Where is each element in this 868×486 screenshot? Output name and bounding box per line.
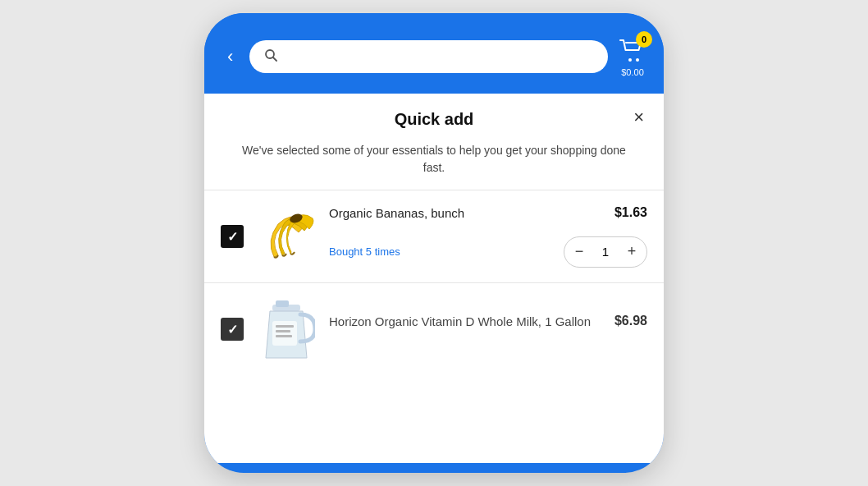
svg-point-2 [628,58,632,62]
product-actions-bananas: Bought 5 times − 1 + [329,236,647,268]
product-checkbox-bananas[interactable]: ✓ [221,225,244,248]
product-details-milk: Horizon Organic Vitamin D Whole Milk, 1 … [329,314,647,345]
svg-line-1 [273,57,276,61]
quantity-stepper-bananas[interactable]: − 1 + [564,236,647,268]
increase-quantity-bananas[interactable]: + [620,241,643,264]
checkmark-icon: ✓ [227,229,238,245]
bought-times-bananas: Bought 5 times [329,245,400,258]
search-bar[interactable] [249,40,608,73]
svg-rect-6 [276,300,289,307]
product-row-bananas: ✓ [204,190,664,282]
product-checkbox-milk[interactable]: ✓ [221,318,244,341]
quantity-value-bananas: 1 [597,245,614,259]
svg-rect-8 [276,325,294,328]
cart-badge: 0 [636,31,652,48]
phone-frame: ‹ 0 $0.00 Quick add [204,13,664,473]
close-button[interactable]: × [633,108,644,126]
decrease-quantity-bananas[interactable]: − [568,241,591,264]
modal-title: Quick add [395,110,474,129]
svg-rect-7 [272,321,297,346]
modal-content: Quick add × We've selected some of your … [204,94,664,463]
product-name-milk: Horizon Organic Vitamin D Whole Milk, 1 … [329,314,591,330]
product-name-price-row: Organic Bananas, bunch $1.63 [329,205,647,228]
banana-image [254,204,319,269]
cart-price: $0.00 [621,67,644,77]
modal-subtitle: We've selected some of your essentials t… [204,135,664,190]
product-name-price-milk: Horizon Organic Vitamin D Whole Milk, 1 … [329,314,647,337]
product-details-bananas: Organic Bananas, bunch $1.63 Bought 5 ti… [329,205,647,268]
svg-rect-9 [276,330,290,332]
product-price-bananas: $1.63 [614,205,647,220]
search-icon [264,48,277,65]
cart-icon-wrapper: 0 [618,36,647,66]
product-row-milk: ✓ [204,283,664,375]
svg-rect-10 [276,335,292,337]
back-button[interactable]: ‹ [221,43,240,71]
app-header: ‹ 0 $0.00 [204,13,664,94]
product-name-bananas: Organic Bananas, bunch [329,205,464,222]
checkmark-icon-milk: ✓ [227,322,238,337]
milk-image [254,296,319,362]
cart-button[interactable]: 0 $0.00 [618,36,647,77]
svg-point-3 [636,58,639,62]
modal-header: Quick add × [204,94,664,135]
product-price-milk: $6.98 [614,314,647,328]
